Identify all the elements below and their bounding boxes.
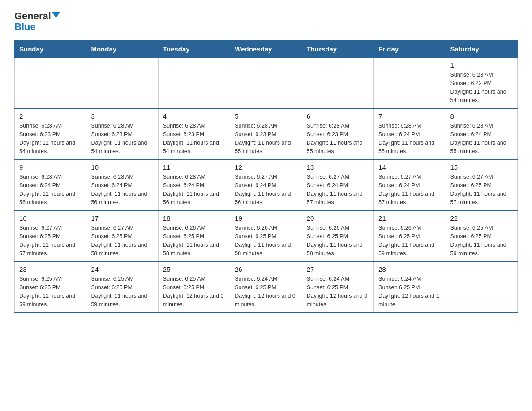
day-number: 7 (378, 112, 441, 120)
calendar-cell: 17Sunrise: 6:27 AM Sunset: 6:25 PM Dayli… (86, 210, 158, 261)
calendar-cell: 14Sunrise: 6:27 AM Sunset: 6:24 PM Dayli… (374, 159, 446, 210)
calendar-cell: 13Sunrise: 6:27 AM Sunset: 6:24 PM Dayli… (302, 159, 373, 210)
calendar-cell: 4Sunrise: 6:28 AM Sunset: 6:23 PM Daylig… (158, 108, 230, 159)
day-number: 2 (19, 112, 82, 120)
weekday-header-monday: Monday (86, 41, 158, 58)
calendar-cell (158, 58, 230, 109)
calendar-cell: 19Sunrise: 6:26 AM Sunset: 6:25 PM Dayli… (230, 210, 302, 261)
day-number: 13 (307, 163, 369, 171)
day-number: 16 (19, 214, 82, 222)
calendar-cell: 9Sunrise: 6:28 AM Sunset: 6:24 PM Daylig… (15, 159, 86, 210)
day-info: Sunrise: 6:28 AM Sunset: 6:23 PM Dayligh… (163, 122, 225, 155)
page-header: General Blue (14, 11, 518, 32)
day-number: 18 (163, 214, 225, 222)
calendar-cell: 5Sunrise: 6:28 AM Sunset: 6:23 PM Daylig… (230, 108, 302, 159)
calendar-cell (446, 261, 517, 313)
calendar-cell: 24Sunrise: 6:25 AM Sunset: 6:25 PM Dayli… (86, 261, 158, 313)
calendar-cell: 15Sunrise: 6:27 AM Sunset: 6:25 PM Dayli… (446, 159, 517, 210)
weekday-header-sunday: Sunday (15, 41, 86, 58)
calendar-cell: 27Sunrise: 6:24 AM Sunset: 6:25 PM Dayli… (302, 261, 373, 313)
day-number: 22 (450, 214, 513, 222)
day-info: Sunrise: 6:25 AM Sunset: 6:25 PM Dayligh… (450, 224, 513, 257)
calendar-cell: 12Sunrise: 6:27 AM Sunset: 6:24 PM Dayli… (230, 159, 302, 210)
day-number: 21 (378, 214, 441, 222)
day-number: 24 (91, 265, 153, 273)
day-number: 14 (378, 163, 441, 171)
calendar-body: 1Sunrise: 6:28 AM Sunset: 6:22 PM Daylig… (15, 58, 518, 313)
calendar-cell: 11Sunrise: 6:28 AM Sunset: 6:24 PM Dayli… (158, 159, 230, 210)
day-info: Sunrise: 6:26 AM Sunset: 6:25 PM Dayligh… (163, 224, 225, 257)
calendar-cell (374, 58, 446, 109)
calendar-cell: 21Sunrise: 6:26 AM Sunset: 6:25 PM Dayli… (374, 210, 446, 261)
day-info: Sunrise: 6:27 AM Sunset: 6:25 PM Dayligh… (91, 224, 153, 257)
calendar-cell: 8Sunrise: 6:28 AM Sunset: 6:24 PM Daylig… (446, 108, 517, 159)
weekday-header-friday: Friday (374, 41, 446, 58)
day-number: 6 (307, 112, 369, 120)
day-info: Sunrise: 6:26 AM Sunset: 6:25 PM Dayligh… (378, 224, 441, 257)
day-info: Sunrise: 6:25 AM Sunset: 6:25 PM Dayligh… (19, 275, 82, 308)
week-row-4: 16Sunrise: 6:27 AM Sunset: 6:25 PM Dayli… (15, 210, 518, 261)
day-number: 10 (91, 163, 153, 171)
day-number: 11 (163, 163, 225, 171)
day-number: 23 (19, 265, 82, 273)
day-number: 5 (235, 112, 297, 120)
weekday-row: SundayMondayTuesdayWednesdayThursdayFrid… (15, 41, 518, 58)
calendar-cell: 2Sunrise: 6:28 AM Sunset: 6:23 PM Daylig… (15, 108, 86, 159)
day-number: 25 (163, 265, 225, 273)
week-row-2: 2Sunrise: 6:28 AM Sunset: 6:23 PM Daylig… (15, 108, 518, 159)
calendar-cell: 23Sunrise: 6:25 AM Sunset: 6:25 PM Dayli… (15, 261, 86, 313)
weekday-header-wednesday: Wednesday (230, 41, 302, 58)
day-info: Sunrise: 6:24 AM Sunset: 6:25 PM Dayligh… (307, 275, 369, 308)
calendar-cell: 26Sunrise: 6:24 AM Sunset: 6:25 PM Dayli… (230, 261, 302, 313)
logo-general: General (14, 11, 51, 21)
day-number: 19 (235, 214, 297, 222)
day-info: Sunrise: 6:27 AM Sunset: 6:24 PM Dayligh… (235, 173, 297, 206)
day-info: Sunrise: 6:28 AM Sunset: 6:24 PM Dayligh… (378, 122, 441, 155)
day-info: Sunrise: 6:26 AM Sunset: 6:25 PM Dayligh… (307, 224, 369, 257)
logo: General Blue (14, 11, 60, 32)
day-info: Sunrise: 6:27 AM Sunset: 6:24 PM Dayligh… (378, 173, 441, 206)
logo-blue: Blue (14, 21, 36, 32)
day-info: Sunrise: 6:27 AM Sunset: 6:25 PM Dayligh… (19, 224, 82, 257)
calendar-cell: 1Sunrise: 6:28 AM Sunset: 6:22 PM Daylig… (446, 58, 517, 109)
calendar-cell (86, 58, 158, 109)
day-info: Sunrise: 6:28 AM Sunset: 6:22 PM Dayligh… (450, 71, 513, 104)
day-info: Sunrise: 6:24 AM Sunset: 6:25 PM Dayligh… (235, 275, 297, 308)
weekday-header-thursday: Thursday (302, 41, 373, 58)
day-number: 3 (91, 112, 153, 120)
day-info: Sunrise: 6:28 AM Sunset: 6:23 PM Dayligh… (235, 122, 297, 155)
logo-triangle-icon (52, 12, 60, 18)
calendar-cell: 28Sunrise: 6:24 AM Sunset: 6:25 PM Dayli… (374, 261, 446, 313)
day-info: Sunrise: 6:24 AM Sunset: 6:25 PM Dayligh… (378, 275, 441, 308)
calendar-table: SundayMondayTuesdayWednesdayThursdayFrid… (14, 40, 518, 313)
day-info: Sunrise: 6:28 AM Sunset: 6:24 PM Dayligh… (163, 173, 225, 206)
day-number: 8 (450, 112, 513, 120)
calendar-cell: 7Sunrise: 6:28 AM Sunset: 6:24 PM Daylig… (374, 108, 446, 159)
day-number: 17 (91, 214, 153, 222)
calendar-cell: 20Sunrise: 6:26 AM Sunset: 6:25 PM Dayli… (302, 210, 373, 261)
day-info: Sunrise: 6:25 AM Sunset: 6:25 PM Dayligh… (91, 275, 153, 308)
day-info: Sunrise: 6:25 AM Sunset: 6:25 PM Dayligh… (163, 275, 225, 308)
calendar-cell: 6Sunrise: 6:28 AM Sunset: 6:23 PM Daylig… (302, 108, 373, 159)
day-number: 1 (450, 61, 513, 69)
weekday-header-saturday: Saturday (446, 41, 517, 58)
week-row-5: 23Sunrise: 6:25 AM Sunset: 6:25 PM Dayli… (15, 261, 518, 313)
calendar-cell: 10Sunrise: 6:28 AM Sunset: 6:24 PM Dayli… (86, 159, 158, 210)
calendar-cell (302, 58, 373, 109)
day-number: 9 (19, 163, 82, 171)
day-number: 15 (450, 163, 513, 171)
week-row-3: 9Sunrise: 6:28 AM Sunset: 6:24 PM Daylig… (15, 159, 518, 210)
day-info: Sunrise: 6:28 AM Sunset: 6:24 PM Dayligh… (450, 122, 513, 155)
day-info: Sunrise: 6:28 AM Sunset: 6:24 PM Dayligh… (91, 173, 153, 206)
day-info: Sunrise: 6:28 AM Sunset: 6:24 PM Dayligh… (19, 173, 82, 206)
calendar-cell: 18Sunrise: 6:26 AM Sunset: 6:25 PM Dayli… (158, 210, 230, 261)
day-number: 12 (235, 163, 297, 171)
day-info: Sunrise: 6:26 AM Sunset: 6:25 PM Dayligh… (235, 224, 297, 257)
calendar-header: SundayMondayTuesdayWednesdayThursdayFrid… (15, 41, 518, 58)
calendar-cell: 3Sunrise: 6:28 AM Sunset: 6:23 PM Daylig… (86, 108, 158, 159)
calendar-cell: 16Sunrise: 6:27 AM Sunset: 6:25 PM Dayli… (15, 210, 86, 261)
calendar-cell: 22Sunrise: 6:25 AM Sunset: 6:25 PM Dayli… (446, 210, 517, 261)
day-info: Sunrise: 6:27 AM Sunset: 6:25 PM Dayligh… (450, 173, 513, 206)
calendar-cell: 25Sunrise: 6:25 AM Sunset: 6:25 PM Dayli… (158, 261, 230, 313)
day-number: 26 (235, 265, 297, 273)
